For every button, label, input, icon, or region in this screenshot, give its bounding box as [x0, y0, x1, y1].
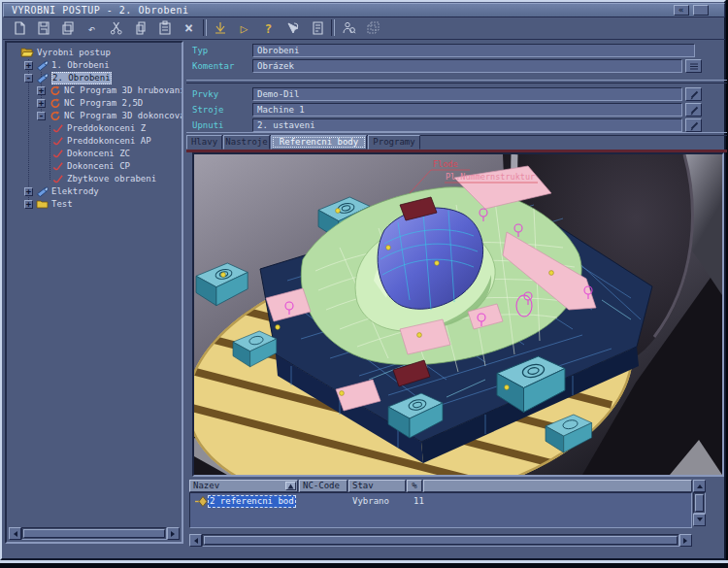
- tree-label[interactable]: Dokonceni CP: [67, 160, 130, 173]
- tree-item[interactable]: + Elektrody: [7, 185, 182, 198]
- save-button[interactable]: [32, 19, 54, 37]
- upnuti-field[interactable]: 2. ustaveni: [252, 118, 682, 132]
- tree-label[interactable]: 1. Obrobeni: [51, 59, 110, 72]
- komentar-field[interactable]: Obrázek: [252, 59, 682, 73]
- main-window: VYROBNI POSTUP - 2. Obrobeni « ↶ × ▷ ?: [0, 0, 726, 560]
- table-vscroll-thumb[interactable]: [695, 494, 704, 512]
- tree-item[interactable]: + 1. Obrobeni: [7, 59, 182, 72]
- tree-expander[interactable]: +: [37, 99, 46, 108]
- tree-label[interactable]: Test: [51, 198, 73, 211]
- toolbar: ↶ × ▷ ?: [3, 18, 725, 40]
- user-search-button[interactable]: [337, 19, 359, 37]
- stroje-label: Stroje: [192, 104, 248, 117]
- panel-menu-button[interactable]: [693, 5, 709, 16]
- tree-label[interactable]: NC Program 3D hrubovani: [64, 84, 182, 97]
- tree-item[interactable]: + Test: [7, 198, 182, 211]
- prvky-edit-button[interactable]: [685, 87, 702, 101]
- komentar-editor-button[interactable]: [685, 59, 702, 73]
- stroje-field[interactable]: Machine 1: [252, 103, 682, 117]
- table-scroll-up-button[interactable]: [693, 480, 706, 492]
- row-name[interactable]: 2 referencni bod: [208, 495, 296, 508]
- tree-label[interactable]: NC Program 3D dokoncovani: [64, 110, 182, 122]
- tree-item[interactable]: + NC Program 2,5D: [7, 97, 182, 110]
- machining-cone-icon: [36, 59, 50, 72]
- pencil-icon: [688, 89, 700, 100]
- copy-button[interactable]: [129, 19, 151, 37]
- reference-point-marker-icon: [194, 495, 208, 508]
- table-row[interactable]: 2 referencni bod Vybrano 11: [190, 495, 691, 508]
- new-document-button[interactable]: [8, 19, 30, 37]
- typ-field[interactable]: Obrobeni: [252, 44, 695, 57]
- tree-item[interactable]: Zbytkove obrabeni: [7, 173, 182, 185]
- tab-programy[interactable]: Programy: [368, 135, 420, 150]
- tree-label[interactable]: Vyrobni postup: [37, 47, 111, 59]
- tree-item[interactable]: Preddokonceni Z: [7, 122, 182, 135]
- tab-referencni-body[interactable]: Referencni body: [271, 135, 367, 150]
- delete-button[interactable]: ×: [178, 19, 200, 37]
- table-scroll-left-button[interactable]: [189, 534, 202, 547]
- tree-expander[interactable]: +: [37, 86, 46, 95]
- folder-open-icon: [20, 47, 34, 58]
- stroje-edit-button[interactable]: [685, 103, 702, 117]
- tree-expander[interactable]: +: [24, 200, 33, 209]
- cut-button[interactable]: [105, 19, 127, 37]
- tree-label[interactable]: 2. Obrobeni: [51, 72, 112, 84]
- tree-item[interactable]: Dokonceni CP: [7, 160, 182, 173]
- annotation-2: Pl.Nummernstruktur: [446, 172, 535, 182]
- komentar-label: Komentar: [192, 60, 248, 73]
- upnuti-label: Upnuti: [192, 119, 248, 132]
- tree-item[interactable]: Dokonceni ZC: [7, 148, 182, 160]
- tree-label[interactable]: NC Program 2,5D: [64, 97, 143, 110]
- tree-scroll-right-button[interactable]: [167, 527, 180, 540]
- tree-item[interactable]: + NC Program 3D hrubovani: [7, 84, 182, 97]
- tree-label[interactable]: Elektrody: [51, 185, 99, 198]
- column-header-stav[interactable]: Stav: [348, 480, 406, 492]
- table-vscrollbar[interactable]: [693, 492, 706, 514]
- column-header-nc-code[interactable]: NC-Code: [299, 480, 347, 492]
- pick-arrow-button[interactable]: [281, 19, 304, 37]
- panel-collapse-button[interactable]: «: [674, 5, 689, 16]
- tree-label[interactable]: Preddokonceni Z: [67, 122, 146, 135]
- tree-hscrollbar[interactable]: [21, 527, 167, 540]
- protocol-list-button[interactable]: [306, 19, 328, 37]
- column-header-nazev[interactable]: Nazev: [189, 480, 298, 492]
- tree-expander[interactable]: -: [37, 112, 46, 120]
- tree-label[interactable]: Zbytkove obrabeni: [67, 173, 156, 185]
- copy-window-button[interactable]: [56, 19, 79, 37]
- tree-item-root[interactable]: Vyrobni postup: [7, 47, 182, 59]
- viewport-frame: Flode Pl.Nummernstruktur: [192, 152, 724, 477]
- reference-point-button[interactable]: [209, 19, 231, 37]
- right-arrow-icon: [171, 531, 178, 537]
- upnuti-edit-button[interactable]: [685, 118, 702, 132]
- user-search-icon: [341, 20, 356, 36]
- tree-expander[interactable]: +: [24, 61, 33, 70]
- undo-icon: ↶: [88, 22, 96, 35]
- toolbar-separator: [331, 19, 335, 36]
- table-hscrollbar[interactable]: [202, 534, 679, 547]
- tree-hscroll-thumb[interactable]: [23, 529, 165, 538]
- tree-scroll-left-button[interactable]: [9, 527, 21, 540]
- tree-item[interactable]: Preddokonceni AP: [7, 135, 182, 148]
- tab-hlavy[interactable]: Hlavy: [186, 135, 222, 150]
- table-scroll-down-button[interactable]: [693, 514, 706, 526]
- tree-label[interactable]: Dokonceni ZC: [67, 148, 130, 160]
- title-bar[interactable]: VYROBNI POSTUP - 2. Obrobeni «: [3, 3, 725, 17]
- column-header-percent[interactable]: %: [407, 480, 422, 492]
- undo-button[interactable]: ↶: [81, 19, 103, 37]
- play-button[interactable]: ▷: [233, 19, 255, 37]
- tab-nastroje[interactable]: Nastroje: [223, 135, 270, 150]
- tree-item-selected[interactable]: - 2. Obrobeni: [7, 72, 182, 84]
- prvky-field[interactable]: Demo-Dil: [252, 87, 682, 101]
- 3d-viewport[interactable]: Flode Pl.Nummernstruktur: [194, 154, 722, 475]
- table-hscroll-thumb[interactable]: [204, 536, 678, 545]
- paste-button[interactable]: [153, 19, 176, 37]
- tree-expander[interactable]: -: [24, 74, 33, 83]
- reference-points-table: 2 referencni bod Vybrano 11: [189, 492, 692, 528]
- tree-expander[interactable]: +: [24, 187, 33, 196]
- help-button[interactable]: ?: [257, 19, 280, 37]
- window-cascade-button[interactable]: [361, 19, 383, 37]
- table-scroll-right-button[interactable]: [679, 534, 692, 547]
- sort-indicator[interactable]: [285, 482, 296, 490]
- tree-label[interactable]: Preddokonceni AP: [67, 135, 151, 148]
- tree-item[interactable]: - NC Program 3D dokoncovani: [7, 110, 182, 122]
